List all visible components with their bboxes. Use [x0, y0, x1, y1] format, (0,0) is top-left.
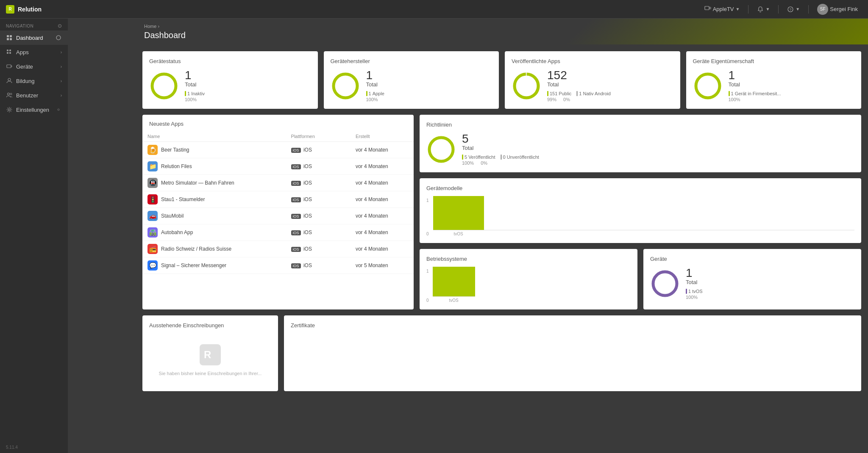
richtlinien-number: 5 [462, 133, 854, 145]
svg-rect-6 [9, 50, 11, 51]
richtlinien-card: Richtlinien 5 Total [420, 115, 861, 172]
app-name-cell: 📁 Relution Files [142, 158, 286, 175]
app-platforms: iOS iOS [286, 191, 351, 208]
main-content: AppleTV ▼ ▼ ? ▼ SF Sergei Fink Home › Da… [136, 19, 868, 453]
geraete-arrow-icon: › [61, 64, 62, 69]
ios-badge: iOS [291, 197, 301, 202]
dashboard-content: Gerätestatus 1 Total [136, 44, 868, 398]
sidebar-item-dashboard[interactable]: Dashboard [0, 30, 68, 45]
geraete-stat-number: 1 [686, 267, 854, 279]
geraetestatus-dot [185, 91, 186, 96]
bildung-arrow-icon: › [61, 79, 62, 83]
education-icon [6, 77, 13, 84]
sidebar-item-geraete[interactable]: Geräte › [0, 59, 68, 74]
app-name: Relution [18, 6, 42, 13]
richtlinien-donut [426, 135, 456, 164]
ios-badge: iOS [291, 181, 301, 186]
geraetemacher-title: Gerätehersteller [331, 58, 492, 64]
table-row[interactable]: 📻 Radio Schweiz / Radios Suisse iOS iOS … [142, 241, 414, 257]
app-erstellt: vor 4 Monaten [351, 142, 414, 158]
ios-badge: iOS [291, 230, 301, 235]
betriebssysteme-card: Betriebssysteme 1 0 tvOS [420, 249, 637, 309]
breadcrumb-home[interactable]: Home [144, 24, 156, 29]
sidebar-item-einstellungen[interactable]: Einstellungen [0, 102, 68, 117]
geraetemacher-detail-label: Apple [373, 91, 384, 96]
table-row[interactable]: ▶ Netflix ▶TViOS iOS vor 5 Monaten [142, 274, 414, 276]
sidebar-dashboard-label: Dashboard [16, 35, 43, 41]
nav-collapse-icon[interactable]: ⊙ [58, 23, 62, 29]
app-icon: 📁 [147, 161, 158, 171]
betriebssysteme-bar [433, 267, 475, 296]
eigentuemerschaft-card: Geräte Eigentümerschaft 1 Total [686, 51, 862, 109]
page-header: Home › Dashboard [136, 19, 868, 44]
app-erstellt: vor 4 Monaten [351, 158, 414, 175]
app-name-cell: 💬 Signal – Sicherer Messenger [142, 257, 286, 274]
sidebar-item-apps[interactable]: Apps › [0, 45, 68, 59]
geraetemacher-donut [331, 71, 360, 101]
sidebar: R Relution NAVIGATION ⊙ Dashboard Apps › [0, 0, 68, 453]
table-row[interactable]: 🚇 Metro Simulator — Bahn Fahren iOS iOS … [142, 175, 414, 191]
veroeffentlichte-number: 152 [547, 69, 673, 81]
ios-badge: iOS [291, 164, 301, 169]
table-row[interactable]: 🚗 StauMobil iOS iOS vor 4 Monaten [142, 208, 414, 224]
svg-rect-8 [9, 52, 11, 54]
ausstehende-empty: R Sie haben bisher keine Einschreibungen… [149, 334, 271, 384]
svg-rect-5 [7, 50, 8, 51]
sidebar-geraete-label: Geräte [16, 64, 33, 70]
table-row[interactable]: 💬 Signal – Sicherer Messenger iOS iOS vo… [142, 257, 414, 274]
sidebar-bildung-label: Bildung [16, 78, 34, 84]
dashboard-right-icon [55, 34, 62, 41]
svg-point-12 [8, 93, 10, 95]
svg-point-14 [8, 109, 10, 110]
app-erstellt: vor 4 Monaten [351, 208, 414, 224]
svg-point-11 [8, 78, 11, 81]
geraete-stat-total-label: Total [686, 279, 854, 285]
devices-icon [6, 63, 13, 70]
veroeffentlichte-card: Veröffentlichte Apps 152 Total [505, 51, 680, 109]
app-name: Relution Files [161, 163, 192, 169]
svg-point-26 [653, 272, 677, 296]
nav-label: NAVIGATION ⊙ [0, 19, 68, 30]
svg-text:R: R [204, 349, 211, 360]
breadcrumb: Home › [144, 24, 860, 29]
geraetemodelle-bars [433, 196, 854, 230]
app-platforms: ▶TViOS iOS [286, 274, 351, 276]
geraetestatus-detail-value: 1 [187, 91, 190, 96]
veroeffentlichte-title: Veröffentlichte Apps [512, 58, 673, 64]
relution-empty-icon: R [198, 342, 223, 367]
sidebar-einstellungen-label: Einstellungen [16, 107, 49, 113]
ausstehende-card: Ausstehende Einschreibungen R Sie haben … [142, 315, 278, 391]
y-max: 1 [426, 198, 429, 203]
svg-rect-2 [7, 38, 9, 40]
app-erstellt: vor 5 Monaten [351, 274, 414, 276]
table-row[interactable]: 🍺 Beer Tasting iOS iOS vor 4 Monaten [142, 142, 414, 158]
svg-point-4 [56, 36, 61, 40]
mid-row: Neueste Apps Name Plattformen Erstellt [142, 115, 861, 309]
app-platforms: iOS iOS [286, 241, 351, 257]
table-row[interactable]: 📁 Relution Files iOS iOS vor 4 Monaten [142, 158, 414, 175]
sidebar-benutzer-label: Benutzer [16, 92, 38, 99]
geraetemodelle-y-axis: 1 0 [426, 198, 431, 236]
geraetemodelle-bar [433, 196, 484, 230]
app-platforms: iOS iOS [286, 158, 351, 175]
geraetestatus-title: Gerätestatus [149, 58, 311, 64]
app-icon: 🛣️ [147, 227, 158, 238]
app-name: StauMobil [161, 213, 184, 219]
sidebar-item-bildung[interactable]: Bildung › [0, 74, 68, 88]
dashboard-icon [6, 34, 13, 41]
veroeffentlichte-donut [512, 71, 541, 101]
zertifikate-title: Zertifikate [291, 322, 854, 329]
sidebar-item-benutzer[interactable]: Benutzer › [0, 88, 68, 102]
app-erstellt: vor 4 Monaten [351, 241, 414, 257]
app-erstellt: vor 4 Monaten [351, 224, 414, 241]
page-title: Dashboard [144, 30, 860, 40]
table-row[interactable]: 🚦 Stau1 - Staumelder iOS iOS vor 4 Monat… [142, 191, 414, 208]
geraetestatus-detail-label: Inaktiv [191, 91, 205, 96]
app-name-cell: 🚦 Stau1 - Staumelder [142, 191, 286, 208]
svg-point-20 [152, 74, 176, 98]
ausstehende-title: Ausstehende Einschreibungen [149, 322, 271, 329]
users-icon [6, 92, 13, 99]
apps-list-wrap[interactable]: Name Plattformen Erstellt 🍺 Beer Tasting… [142, 131, 414, 275]
geraetemodelle-card: Gerätemodelle 1 0 tvOS [420, 178, 861, 243]
table-row[interactable]: 🛣️ Autobahn App iOS iOS vor 4 Monaten [142, 224, 414, 241]
